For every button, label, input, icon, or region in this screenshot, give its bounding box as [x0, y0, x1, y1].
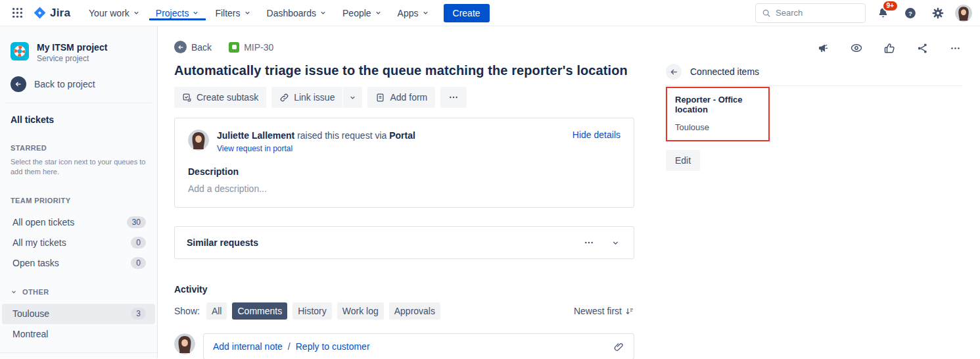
- more-panel-button[interactable]: [947, 40, 963, 56]
- activity-filter-bar: Show: All Comments History Work log Appr…: [174, 302, 634, 320]
- subtask-icon: [182, 93, 192, 103]
- project-header: My ITSM project Service project: [0, 42, 157, 63]
- app-switcher-icon: [12, 7, 23, 18]
- show-label: Show:: [174, 306, 200, 316]
- app-switcher-button[interactable]: [7, 3, 28, 24]
- back-button[interactable]: Back: [174, 41, 212, 53]
- panel-divider: [666, 85, 963, 86]
- reporter-avatar: [188, 130, 209, 151]
- filter-approvals[interactable]: Approvals: [389, 302, 440, 320]
- eye-icon: [850, 41, 863, 55]
- link-issue-button[interactable]: Link issue: [271, 87, 342, 108]
- issue-title[interactable]: Automatically triage issue to the queue …: [174, 63, 661, 78]
- chevron-down-icon: [11, 289, 17, 295]
- sidebar-footer-divider: [0, 352, 157, 353]
- edit-button[interactable]: Edit: [666, 150, 700, 171]
- watch-button[interactable]: [849, 40, 864, 56]
- project-type: Service project: [37, 54, 107, 63]
- more-icon: [584, 237, 594, 248]
- sidebar-item-toulouse[interactable]: Toulouse 3: [2, 304, 155, 324]
- user-avatar[interactable]: [955, 5, 972, 22]
- issue-view: Back MIP-30 Automatically triage issue t…: [158, 26, 661, 358]
- sidebar-item-montreal[interactable]: Montreal: [2, 324, 155, 345]
- project-name: My ITSM project: [37, 42, 107, 53]
- sort-icon: [625, 306, 634, 316]
- help-button[interactable]: ?: [900, 3, 921, 24]
- sidebar-item-all-open-tickets[interactable]: All open tickets 30: [2, 212, 155, 233]
- field-value[interactable]: Toulouse: [675, 122, 760, 132]
- sidebar-item-all-my-tickets[interactable]: All my tickets 0: [2, 233, 155, 253]
- arrow-left-icon: [11, 76, 26, 92]
- nav-item-dashboards[interactable]: Dashboards: [260, 6, 334, 20]
- svg-text:?: ?: [908, 9, 912, 16]
- settings-button[interactable]: [927, 3, 948, 24]
- similar-requests-more-button[interactable]: [582, 236, 595, 249]
- issue-key-breadcrumb[interactable]: MIP-30: [229, 42, 273, 53]
- connected-items-header: Connected items: [666, 64, 963, 80]
- filter-work-log[interactable]: Work log: [337, 302, 384, 320]
- queue-count-badge: 0: [131, 257, 146, 269]
- reply-to-customer-link[interactable]: Reply to customer: [296, 341, 370, 352]
- chevron-down-icon: [611, 239, 620, 247]
- more-icon: [448, 92, 459, 103]
- link-icon: [279, 93, 289, 103]
- filter-history[interactable]: History: [292, 302, 332, 320]
- view-request-in-portal-link[interactable]: View request in portal: [217, 144, 292, 153]
- nav-item-apps[interactable]: Apps: [391, 6, 436, 20]
- issue-type-icon: [229, 42, 239, 53]
- project-avatar-icon: [11, 42, 29, 60]
- request-channel: Portal: [389, 130, 415, 141]
- panel-back-button[interactable]: [666, 64, 682, 80]
- highlighted-field-annotation: Reporter - Office location Toulouse: [666, 87, 770, 141]
- nav-item-your-work[interactable]: Your work: [82, 6, 147, 20]
- hide-details-link[interactable]: Hide details: [572, 130, 620, 140]
- jira-logo-icon: [33, 6, 47, 20]
- breadcrumb: Back MIP-30: [174, 41, 661, 53]
- queue-count-badge: 30: [127, 216, 146, 228]
- nav-item-filters[interactable]: Filters: [208, 6, 257, 20]
- comment-input-box[interactable]: Add internal note / Reply to customer: [203, 333, 634, 359]
- manage-queues-button[interactable]: Manage queues: [0, 356, 157, 359]
- panel-title: Connected items: [690, 66, 759, 77]
- similar-requests-title: Similar requests: [187, 237, 258, 248]
- search-input[interactable]: [776, 8, 854, 18]
- more-actions-button[interactable]: [440, 87, 467, 108]
- feedback-button[interactable]: [816, 40, 831, 56]
- paperclip-icon[interactable]: [613, 341, 624, 352]
- nav-item-people[interactable]: People: [336, 6, 388, 20]
- description-placeholder[interactable]: Add a description...: [188, 183, 620, 194]
- current-user-avatar: [174, 333, 195, 354]
- field-label: Reporter - Office location: [675, 95, 760, 114]
- sidebar-item-open-tasks[interactable]: Open tasks 0: [2, 253, 155, 274]
- filter-comments[interactable]: Comments: [232, 302, 287, 320]
- other-section-toggle[interactable]: OTHER: [0, 288, 157, 296]
- back-to-project-link[interactable]: Back to project: [0, 76, 157, 92]
- add-internal-note-link[interactable]: Add internal note: [213, 341, 283, 352]
- connected-items-panel: Connected items Reporter - Office locati…: [661, 26, 980, 358]
- share-button[interactable]: [914, 40, 930, 56]
- arrow-left-icon: [174, 41, 187, 53]
- create-button[interactable]: Create: [444, 4, 490, 22]
- arrow-left-icon: [670, 68, 678, 76]
- create-subtask-button[interactable]: Create subtask: [174, 87, 266, 108]
- global-search[interactable]: [755, 3, 866, 23]
- project-sidebar: My ITSM project Service project Back to …: [0, 26, 158, 358]
- raised-request-line: Juliette Lallement raised this request v…: [217, 130, 415, 141]
- sort-order-button[interactable]: Newest first: [574, 306, 634, 316]
- jira-logo[interactable]: Jira: [30, 6, 80, 20]
- starred-section-header: STARRED: [0, 144, 157, 152]
- issue-actions: [666, 41, 963, 55]
- sidebar-item-all-tickets[interactable]: All tickets: [0, 114, 157, 125]
- reporter-name: Juliette Lallement: [217, 130, 294, 141]
- description-label: Description: [188, 166, 620, 177]
- share-icon: [916, 42, 929, 55]
- filter-all[interactable]: All: [206, 302, 227, 320]
- link-issue-dropdown-button[interactable]: [342, 87, 362, 108]
- vote-button[interactable]: [881, 40, 897, 56]
- search-icon: [762, 9, 771, 18]
- nav-item-projects[interactable]: Projects: [149, 6, 206, 20]
- request-details-card: Juliette Lallement raised this request v…: [174, 118, 634, 208]
- similar-requests-expand-button[interactable]: [609, 236, 622, 249]
- link-issue-split-button: Link issue: [271, 87, 362, 108]
- add-form-button[interactable]: Add form: [367, 87, 435, 108]
